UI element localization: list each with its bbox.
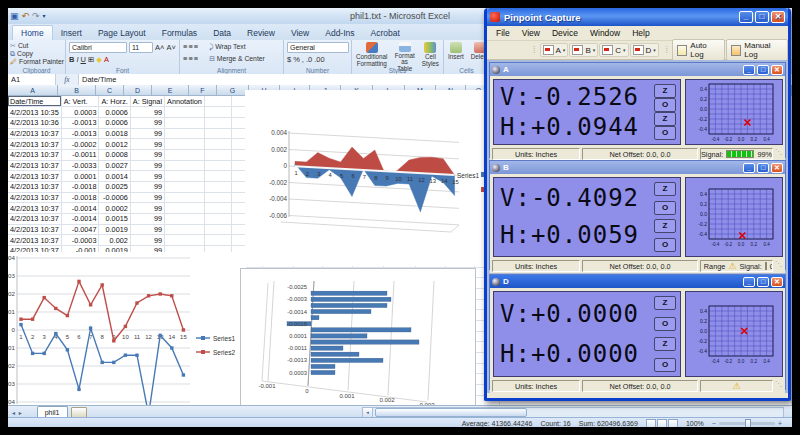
- auto-log-button[interactable]: Auto Log: [672, 39, 725, 61]
- align-left-icon[interactable]: ≡≡≡: [183, 54, 199, 63]
- view-shortcut-buttons[interactable]: [646, 419, 678, 428]
- cell[interactable]: Annotation: [165, 96, 205, 107]
- align-top-icon[interactable]: ≡≡≡: [183, 42, 199, 51]
- cell[interactable]: 4/2/2013 10:37: [8, 214, 61, 225]
- cell[interactable]: 0.0003: [61, 107, 99, 118]
- cell[interactable]: 4/2/2013 10:37: [8, 224, 61, 235]
- page-layout-view-icon[interactable]: [657, 419, 667, 428]
- chevron-down-icon[interactable]: ▾: [653, 47, 656, 53]
- close-icon[interactable]: ✕: [771, 163, 783, 173]
- cell[interactable]: -0.0003: [61, 235, 99, 246]
- column-header-E[interactable]: E: [152, 85, 189, 96]
- menu-window[interactable]: Window: [585, 28, 625, 38]
- offset-button-v[interactable]: O: [654, 317, 676, 331]
- cell[interactable]: 4/2/2013 10:37: [8, 139, 61, 150]
- cell[interactable]: [204, 235, 231, 246]
- cell[interactable]: [204, 107, 231, 118]
- font-color-icon[interactable]: A: [104, 55, 109, 64]
- device-button-d[interactable]: D▾: [630, 43, 659, 57]
- cell[interactable]: [204, 117, 231, 128]
- cell[interactable]: 4/2/2013 10:37: [8, 149, 61, 160]
- cell[interactable]: 99: [130, 149, 164, 160]
- menu-device[interactable]: Device: [547, 28, 583, 38]
- font-size-select[interactable]: 11: [129, 42, 153, 53]
- column-header-D[interactable]: D: [124, 85, 152, 96]
- cell[interactable]: [204, 171, 231, 182]
- bold-button[interactable]: B: [69, 55, 74, 64]
- number-format-select[interactable]: General: [287, 42, 349, 53]
- cell[interactable]: [165, 128, 205, 139]
- cell[interactable]: [204, 214, 231, 225]
- cell[interactable]: [165, 192, 205, 203]
- cell[interactable]: [165, 235, 205, 246]
- offset-button-v[interactable]: O: [654, 201, 676, 215]
- device-button-b[interactable]: B▾: [569, 43, 598, 57]
- close-icon[interactable]: ✕: [771, 277, 783, 287]
- insert-sheet-icon[interactable]: [71, 407, 87, 418]
- zoom-slider[interactable]: − +: [712, 420, 782, 427]
- copy-button[interactable]: ⧉Copy: [10, 50, 63, 58]
- cell[interactable]: [204, 139, 231, 150]
- redo-icon[interactable]: ↷: [32, 9, 40, 23]
- cell[interactable]: [165, 117, 205, 128]
- cell[interactable]: 4/2/2013 10:35: [8, 107, 61, 118]
- chevron-down-icon[interactable]: ▾: [623, 47, 626, 53]
- chevron-down-icon[interactable]: ▾: [593, 47, 596, 53]
- page-break-view-icon[interactable]: [668, 419, 678, 428]
- cell[interactable]: -0.0011: [61, 149, 99, 160]
- column-header-C[interactable]: C: [96, 85, 124, 96]
- cell[interactable]: A: Signal: [130, 96, 164, 107]
- cell[interactable]: 4/2/2013 10:37: [8, 128, 61, 139]
- cell[interactable]: [165, 171, 205, 182]
- cell[interactable]: A: Horz.: [99, 96, 130, 107]
- chart-3d-area[interactable]: 0.0040.0020-0.002-0.004-0.00612345678910…: [245, 90, 491, 266]
- maximize-icon[interactable]: □: [757, 65, 769, 75]
- cut-button[interactable]: ✂Cut: [10, 42, 63, 50]
- cell[interactable]: 0.0008: [99, 149, 130, 160]
- cell[interactable]: [165, 107, 205, 118]
- percent-icon[interactable]: %: [293, 55, 300, 64]
- undo-icon[interactable]: ↶: [22, 9, 30, 23]
- cell[interactable]: [204, 203, 231, 214]
- cell[interactable]: 99: [130, 192, 164, 203]
- cell[interactable]: 99: [130, 139, 164, 150]
- name-box[interactable]: A1: [8, 74, 56, 85]
- cell[interactable]: 4/2/2013 10:37: [8, 160, 61, 171]
- maximize-icon[interactable]: □: [755, 11, 769, 23]
- cell[interactable]: 0.0025: [99, 182, 130, 193]
- cell[interactable]: [165, 160, 205, 171]
- cell[interactable]: [165, 182, 205, 193]
- chart-line[interactable]: 0.0040.0030.0020.0010-0.001-0.002-0.003-…: [8, 252, 246, 405]
- minimize-icon[interactable]: _: [743, 163, 755, 173]
- cell[interactable]: -0.0002: [61, 139, 99, 150]
- close-icon[interactable]: ✕: [771, 11, 785, 23]
- menu-view[interactable]: View: [517, 28, 545, 38]
- cell[interactable]: 4/2/2013 10:37: [8, 192, 61, 203]
- column-header-A[interactable]: A: [8, 85, 58, 96]
- minimize-icon[interactable]: _: [743, 277, 755, 287]
- comma-icon[interactable]: ,: [302, 55, 304, 64]
- cell[interactable]: -0.0014: [61, 214, 99, 225]
- italic-button[interactable]: I: [76, 55, 78, 64]
- cell[interactable]: 99: [130, 235, 164, 246]
- offset-button-h[interactable]: O: [654, 358, 676, 372]
- close-icon[interactable]: ✕: [771, 65, 783, 75]
- cell[interactable]: [204, 182, 231, 193]
- offset-button-v[interactable]: O: [654, 98, 676, 112]
- fill-color-icon[interactable]: ◆: [96, 55, 102, 64]
- zero-button-v[interactable]: Z: [654, 182, 676, 196]
- tab-add-ins[interactable]: Add-Ins: [317, 26, 362, 40]
- cell[interactable]: 99: [130, 203, 164, 214]
- zoom-track[interactable]: [719, 422, 775, 425]
- cell[interactable]: 4/2/2013 10:37: [8, 171, 61, 182]
- tab-page-layout[interactable]: Page Layout: [90, 26, 154, 40]
- child-titlebar[interactable]: B_□✕: [490, 161, 785, 174]
- cell[interactable]: 0.0015: [99, 214, 130, 225]
- tab-home[interactable]: Home: [12, 25, 53, 40]
- font-name-select[interactable]: Calibri: [69, 42, 127, 53]
- cell[interactable]: 99: [130, 107, 164, 118]
- horizontal-scrollbar[interactable]: ◂: [362, 407, 784, 418]
- grow-font-icon[interactable]: A˄: [155, 43, 164, 52]
- cell[interactable]: Date/Time: [8, 96, 61, 107]
- cell[interactable]: [204, 224, 231, 235]
